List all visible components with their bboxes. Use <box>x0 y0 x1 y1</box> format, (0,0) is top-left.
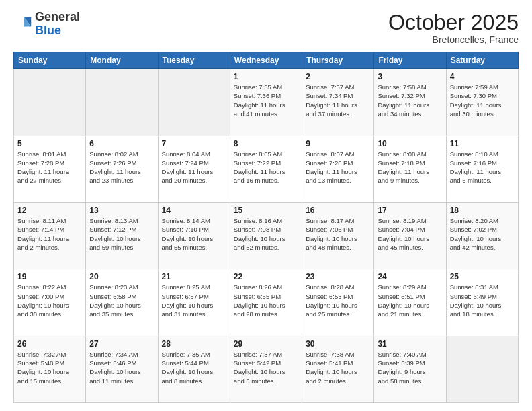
day-number: 10 <box>378 139 442 148</box>
day-info: Sunrise: 8:07 AM Sunset: 7:20 PM Dayligh… <box>306 150 370 185</box>
day-info: Sunrise: 8:05 AM Sunset: 7:22 PM Dayligh… <box>234 150 298 185</box>
day-info: Sunrise: 8:19 AM Sunset: 7:04 PM Dayligh… <box>378 216 442 252</box>
calendar-cell: 12Sunrise: 8:11 AM Sunset: 7:14 PM Dayli… <box>14 202 86 269</box>
calendar-cell: 31Sunrise: 7:40 AM Sunset: 5:39 PM Dayli… <box>374 336 446 402</box>
day-info: Sunrise: 8:04 AM Sunset: 7:24 PM Dayligh… <box>162 150 226 185</box>
day-number: 5 <box>17 139 82 148</box>
calendar-week-4: 19Sunrise: 8:22 AM Sunset: 7:00 PM Dayli… <box>14 269 519 336</box>
calendar-cell: 8Sunrise: 8:05 AM Sunset: 7:22 PM Daylig… <box>230 136 302 202</box>
calendar-cell: 15Sunrise: 8:16 AM Sunset: 7:08 PM Dayli… <box>230 202 302 269</box>
calendar-cell: 24Sunrise: 8:29 AM Sunset: 6:51 PM Dayli… <box>374 269 446 336</box>
day-header-friday: Friday <box>374 52 446 69</box>
day-number: 27 <box>89 339 154 349</box>
calendar-cell: 14Sunrise: 8:14 AM Sunset: 7:10 PM Dayli… <box>158 202 230 269</box>
day-number: 25 <box>450 272 515 281</box>
day-info: Sunrise: 8:28 AM Sunset: 6:53 PM Dayligh… <box>306 283 370 318</box>
logo-general: General <box>35 10 80 24</box>
calendar-week-3: 12Sunrise: 8:11 AM Sunset: 7:14 PM Dayli… <box>14 202 519 269</box>
calendar-cell: 6Sunrise: 8:02 AM Sunset: 7:26 PM Daylig… <box>86 136 158 202</box>
day-info: Sunrise: 8:01 AM Sunset: 7:28 PM Dayligh… <box>17 150 82 185</box>
day-number: 28 <box>162 339 226 349</box>
calendar-cell: 30Sunrise: 7:38 AM Sunset: 5:41 PM Dayli… <box>302 336 374 402</box>
calendar-week-1: 1Sunrise: 7:55 AM Sunset: 7:36 PM Daylig… <box>14 69 519 136</box>
day-info: Sunrise: 8:17 AM Sunset: 7:06 PM Dayligh… <box>306 216 370 252</box>
day-info: Sunrise: 8:10 AM Sunset: 7:16 PM Dayligh… <box>450 150 515 185</box>
calendar-week-2: 5Sunrise: 8:01 AM Sunset: 7:28 PM Daylig… <box>14 136 519 202</box>
day-number: 22 <box>234 272 298 281</box>
day-info: Sunrise: 8:25 AM Sunset: 6:57 PM Dayligh… <box>162 283 226 318</box>
day-header-thursday: Thursday <box>302 52 374 69</box>
calendar-cell: 7Sunrise: 8:04 AM Sunset: 7:24 PM Daylig… <box>158 136 230 202</box>
day-number: 14 <box>162 205 226 215</box>
day-info: Sunrise: 8:22 AM Sunset: 7:00 PM Dayligh… <box>17 283 82 318</box>
day-info: Sunrise: 7:34 AM Sunset: 5:46 PM Dayligh… <box>89 350 154 385</box>
day-header-sunday: Sunday <box>14 52 86 69</box>
day-info: Sunrise: 7:57 AM Sunset: 7:34 PM Dayligh… <box>306 83 370 118</box>
day-number: 17 <box>378 205 442 215</box>
day-number: 3 <box>378 72 442 81</box>
calendar-cell: 4Sunrise: 7:59 AM Sunset: 7:30 PM Daylig… <box>446 69 518 136</box>
day-number: 12 <box>17 205 82 215</box>
calendar-cell <box>158 69 230 136</box>
day-number: 26 <box>17 339 82 349</box>
day-info: Sunrise: 8:23 AM Sunset: 6:58 PM Dayligh… <box>89 283 154 318</box>
calendar-cell: 1Sunrise: 7:55 AM Sunset: 7:36 PM Daylig… <box>230 69 302 136</box>
day-number: 15 <box>234 205 298 215</box>
day-info: Sunrise: 8:11 AM Sunset: 7:14 PM Dayligh… <box>17 216 82 252</box>
calendar-week-5: 26Sunrise: 7:32 AM Sunset: 5:48 PM Dayli… <box>14 336 519 402</box>
calendar-cell: 9Sunrise: 8:07 AM Sunset: 7:20 PM Daylig… <box>302 136 374 202</box>
day-info: Sunrise: 7:35 AM Sunset: 5:44 PM Dayligh… <box>162 350 226 385</box>
day-header-tuesday: Tuesday <box>158 52 230 69</box>
calendar-cell: 3Sunrise: 7:58 AM Sunset: 7:32 PM Daylig… <box>374 69 446 136</box>
day-number: 4 <box>450 72 515 81</box>
calendar-cell: 23Sunrise: 8:28 AM Sunset: 6:53 PM Dayli… <box>302 269 374 336</box>
calendar-cell: 22Sunrise: 8:26 AM Sunset: 6:55 PM Dayli… <box>230 269 302 336</box>
calendar-cell <box>86 69 158 136</box>
day-number: 16 <box>306 205 370 215</box>
day-number: 1 <box>234 72 298 81</box>
month-title: October 2025 <box>388 11 519 34</box>
day-number: 23 <box>306 272 370 281</box>
calendar-cell: 10Sunrise: 8:08 AM Sunset: 7:18 PM Dayli… <box>374 136 446 202</box>
day-number: 19 <box>17 272 82 281</box>
title-block: October 2025 Bretoncelles, France <box>388 11 519 45</box>
calendar-cell: 25Sunrise: 8:31 AM Sunset: 6:49 PM Dayli… <box>446 269 518 336</box>
calendar-cell: 26Sunrise: 7:32 AM Sunset: 5:48 PM Dayli… <box>14 336 86 402</box>
calendar-cell: 19Sunrise: 8:22 AM Sunset: 7:00 PM Dayli… <box>14 269 86 336</box>
logo-icon <box>13 15 32 34</box>
page: General Blue October 2025 Bretoncelles, … <box>0 0 532 411</box>
day-number: 31 <box>378 339 442 349</box>
day-number: 18 <box>450 205 515 215</box>
day-number: 20 <box>89 272 154 281</box>
day-number: 24 <box>378 272 442 281</box>
day-info: Sunrise: 8:29 AM Sunset: 6:51 PM Dayligh… <box>378 283 442 318</box>
calendar-cell: 28Sunrise: 7:35 AM Sunset: 5:44 PM Dayli… <box>158 336 230 402</box>
calendar-cell: 5Sunrise: 8:01 AM Sunset: 7:28 PM Daylig… <box>14 136 86 202</box>
day-number: 9 <box>306 139 370 148</box>
day-info: Sunrise: 7:37 AM Sunset: 5:42 PM Dayligh… <box>234 350 298 385</box>
calendar-cell: 11Sunrise: 8:10 AM Sunset: 7:16 PM Dayli… <box>446 136 518 202</box>
day-number: 6 <box>89 139 154 148</box>
day-info: Sunrise: 7:58 AM Sunset: 7:32 PM Dayligh… <box>378 83 442 118</box>
day-info: Sunrise: 7:40 AM Sunset: 5:39 PM Dayligh… <box>378 350 442 385</box>
day-info: Sunrise: 8:26 AM Sunset: 6:55 PM Dayligh… <box>234 283 298 318</box>
calendar-cell: 17Sunrise: 8:19 AM Sunset: 7:04 PM Dayli… <box>374 202 446 269</box>
day-info: Sunrise: 7:55 AM Sunset: 7:36 PM Dayligh… <box>234 83 298 118</box>
day-header-saturday: Saturday <box>446 52 518 69</box>
day-info: Sunrise: 8:14 AM Sunset: 7:10 PM Dayligh… <box>162 216 226 252</box>
day-info: Sunrise: 7:38 AM Sunset: 5:41 PM Dayligh… <box>306 350 370 385</box>
day-number: 11 <box>450 139 515 148</box>
calendar: SundayMondayTuesdayWednesdayThursdayFrid… <box>13 52 519 403</box>
location-subtitle: Bretoncelles, France <box>388 34 519 45</box>
day-number: 2 <box>306 72 370 81</box>
day-info: Sunrise: 8:20 AM Sunset: 7:02 PM Dayligh… <box>450 216 515 252</box>
calendar-cell: 16Sunrise: 8:17 AM Sunset: 7:06 PM Dayli… <box>302 202 374 269</box>
calendar-header-row: SundayMondayTuesdayWednesdayThursdayFrid… <box>14 52 519 69</box>
day-info: Sunrise: 8:13 AM Sunset: 7:12 PM Dayligh… <box>89 216 154 252</box>
day-number: 13 <box>89 205 154 215</box>
logo: General Blue <box>13 11 80 38</box>
day-info: Sunrise: 8:02 AM Sunset: 7:26 PM Dayligh… <box>89 150 154 185</box>
day-number: 30 <box>306 339 370 349</box>
calendar-cell <box>446 336 518 402</box>
calendar-cell: 13Sunrise: 8:13 AM Sunset: 7:12 PM Dayli… <box>86 202 158 269</box>
